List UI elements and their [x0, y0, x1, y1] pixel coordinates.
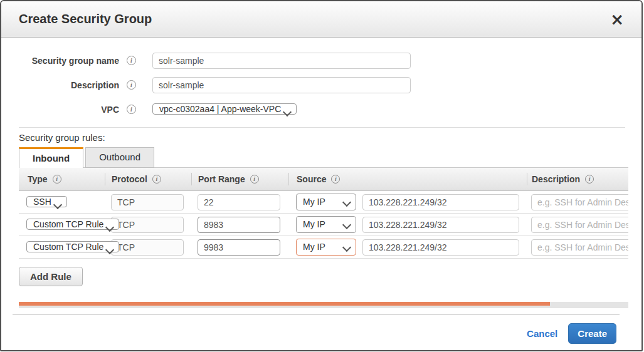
source-cidr-field[interactable]	[362, 239, 519, 256]
protocol-field[interactable]	[111, 194, 184, 210]
port-range-field[interactable]	[198, 239, 280, 256]
cancel-button[interactable]: Cancel	[527, 328, 557, 339]
info-icon[interactable]: i	[250, 175, 259, 184]
column-header-port-range: Port Range	[198, 174, 245, 184]
column-header-description: Description	[532, 174, 580, 184]
form-row-vpc: VPC i vpc-c0302aa4 | App-week-VPC	[1, 97, 641, 122]
tab-inbound[interactable]: Inbound	[19, 147, 83, 168]
source-mode-select[interactable]: My IP	[296, 216, 356, 233]
type-select[interactable]: SSH	[26, 196, 67, 207]
port-range-field[interactable]	[198, 194, 280, 210]
create-security-group-dialog: Create Security Group × Security group n…	[0, 0, 643, 351]
add-rule-button[interactable]: Add Rule	[19, 267, 83, 286]
source-mode-select[interactable]: My IP	[296, 194, 356, 210]
type-select[interactable]: Custom TCP Rule	[26, 241, 119, 252]
horizontal-scrollbar-track[interactable]	[19, 302, 628, 308]
column-header-type: Type	[28, 174, 48, 184]
source-cidr-field[interactable]	[362, 217, 519, 233]
rule-description-field[interactable]	[531, 217, 628, 233]
info-icon[interactable]: i	[331, 175, 340, 184]
form-area: Security group name i Description i VPC …	[1, 38, 641, 122]
description-label: Description	[1, 80, 119, 90]
info-icon[interactable]: i	[585, 175, 594, 184]
port-range-field[interactable]	[198, 217, 280, 233]
description-field[interactable]	[152, 77, 411, 93]
table-row: Custom TCP Rule My IP	[19, 214, 628, 236]
tab-outbound[interactable]: Outbound	[85, 147, 154, 168]
table-header: Typei Protocoli Port Rangei Sourcei Desc…	[19, 167, 628, 191]
source-cidr-field[interactable]	[362, 194, 519, 210]
rule-description-field[interactable]	[531, 194, 628, 210]
source-mode-select[interactable]: My IP	[296, 239, 356, 256]
dialog-header: Create Security Group ×	[1, 1, 641, 38]
footer-divider	[13, 314, 620, 315]
table-row: SSH My IP	[19, 191, 628, 214]
rules-section-label: Security group rules:	[19, 132, 641, 143]
close-icon[interactable]: ×	[610, 13, 624, 26]
vpc-select[interactable]: vpc-c0302aa4 | App-week-VPC	[152, 103, 297, 115]
form-row-name: Security group name i	[1, 48, 641, 73]
rules-table: Typei Protocoli Port Rangei Sourcei Desc…	[19, 167, 628, 259]
dialog-title: Create Security Group	[19, 12, 152, 26]
info-icon[interactable]: i	[127, 105, 136, 114]
rule-description-field[interactable]	[531, 239, 628, 256]
form-row-description: Description i	[1, 73, 641, 97]
info-icon[interactable]: i	[53, 175, 61, 184]
create-button[interactable]: Create	[568, 323, 616, 344]
form-divider	[19, 127, 625, 128]
horizontal-scrollbar-thumb[interactable]	[19, 302, 550, 306]
dialog-footer: Cancel Create	[1, 323, 641, 344]
info-icon[interactable]: i	[152, 175, 161, 184]
security-group-name-field[interactable]	[152, 53, 411, 69]
security-group-name-label: Security group name	[1, 56, 119, 66]
table-row: Custom TCP Rule My IP	[19, 236, 628, 259]
column-header-protocol: Protocol	[112, 174, 147, 184]
type-select[interactable]: Custom TCP Rule	[26, 219, 119, 230]
vpc-label: VPC	[1, 105, 119, 115]
info-icon[interactable]: i	[127, 56, 136, 65]
rules-tabs: Inbound Outbound	[19, 147, 641, 167]
protocol-field[interactable]	[111, 217, 184, 233]
protocol-field[interactable]	[111, 239, 184, 256]
info-icon[interactable]: i	[127, 80, 136, 90]
column-header-source: Source	[297, 174, 326, 184]
